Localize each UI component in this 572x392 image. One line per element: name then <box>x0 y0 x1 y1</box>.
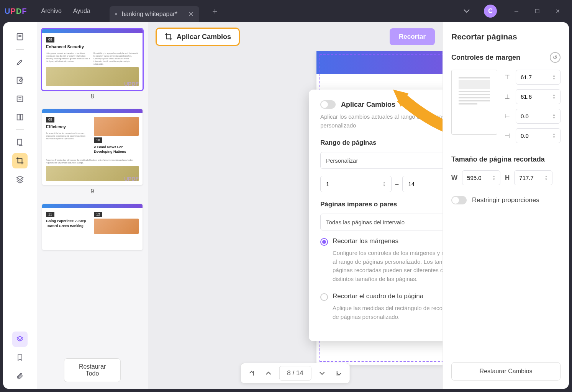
maximize-icon[interactable]: ☐ <box>528 4 547 18</box>
watermark: UPDF <box>124 176 139 182</box>
radio-desc: Configure los controles de los márgenes … <box>333 249 443 283</box>
radio-crop-margins[interactable]: Recortar los márgenes <box>320 237 443 246</box>
layers-icon[interactable] <box>12 172 28 187</box>
margin-left-input[interactable]: 0.0▲▼ <box>516 109 561 124</box>
apply-changes-button[interactable]: Aplicar Cambios <box>156 28 240 46</box>
last-page-icon[interactable] <box>331 366 347 381</box>
organize-icon[interactable] <box>12 109 28 125</box>
margin-top-input[interactable]: 61.7▲▼ <box>516 70 561 85</box>
chevron-down-icon[interactable] <box>459 4 474 18</box>
margin-right-input[interactable]: 0.0▲▼ <box>516 128 561 143</box>
svg-rect-4 <box>21 114 23 120</box>
menu-archivo[interactable]: Archivo <box>41 8 61 15</box>
reset-icon[interactable]: ↺ <box>550 52 561 63</box>
thumb-number: 8 <box>42 93 143 100</box>
first-page-icon[interactable] <box>243 366 260 381</box>
thumbnail-page-9[interactable]: 09 Efficiency As a result the bank's con… <box>42 109 143 185</box>
app-logo: UPDF <box>5 7 27 16</box>
popup-desc: Aplicar los cambios actuales al rango de… <box>320 113 443 130</box>
extract-icon[interactable] <box>12 135 28 150</box>
page-tag: 12 <box>94 212 102 217</box>
margin-bottom-icon: ⊥ <box>503 93 512 100</box>
bookmark-icon[interactable] <box>12 350 28 365</box>
thumb-title: Efficiency <box>46 124 91 130</box>
watermark: UPDF <box>124 81 139 87</box>
crop-button[interactable]: Recortar <box>390 28 435 45</box>
close-icon[interactable]: ✕ <box>188 10 194 18</box>
next-page-icon[interactable] <box>314 366 331 381</box>
page-tag: 11 <box>46 212 54 217</box>
prev-page-icon[interactable] <box>260 366 277 381</box>
close-window-icon[interactable]: ✕ <box>548 4 567 18</box>
minimize-icon[interactable]: ─ <box>507 4 526 18</box>
thumbnail-panel: 08 Enhanced Security Using paper records… <box>37 22 148 389</box>
thumbnail-page-10[interactable]: 11 Going Paperless: A Step Toward Green … <box>42 204 143 250</box>
page-tag: 09 <box>46 117 54 122</box>
margin-bottom-input[interactable]: 61.6▲▼ <box>516 89 561 104</box>
crop-settings-panel: Recortar páginas Controles de margen ↺ ⊤… <box>443 22 569 389</box>
thumb-title: Going Paperless: A Step Toward Green Ban… <box>46 219 91 228</box>
restrict-label: Restringir proporciones <box>472 196 539 204</box>
page-navigator: 8 / 14 <box>240 363 350 384</box>
height-label: H <box>505 174 510 182</box>
width-input[interactable]: 595.0▲▼ <box>462 170 500 185</box>
crop-apply-icon <box>164 33 173 41</box>
restore-all-button[interactable]: Restaurar Todo <box>64 358 121 382</box>
thumb-title: A Good News For Developing Nations <box>94 145 139 154</box>
highlight-icon[interactable] <box>12 54 28 70</box>
tab-indicator-icon <box>115 13 117 15</box>
margin-right-icon: ⊣ <box>503 132 512 139</box>
thumb-title: Enhanced Security <box>46 44 139 50</box>
margins-label: Controles de margen <box>451 54 520 62</box>
odd-even-select[interactable]: Todas las páginas del intervalo ▾ <box>320 214 443 230</box>
range-from-input[interactable]: 1▲▼ <box>320 176 392 192</box>
restore-changes-button[interactable]: Restaurar Cambios <box>451 362 561 381</box>
margin-preview <box>451 70 497 135</box>
thumbnail-page-8[interactable]: 08 Enhanced Security Using paper records… <box>42 29 143 90</box>
stack-icon[interactable] <box>12 332 28 347</box>
height-input[interactable]: 717.7▲▼ <box>514 170 552 185</box>
size-label: Tamaño de página recortada <box>451 155 545 163</box>
add-tab-icon[interactable]: ＋ <box>211 5 219 17</box>
odd-even-label: Páginas impares o pares <box>320 201 443 208</box>
avatar[interactable]: C <box>484 5 497 18</box>
margin-left-icon: ⊢ <box>503 113 512 120</box>
left-rail <box>3 22 37 389</box>
apply-changes-popup: Aplicar Cambios Aplicar los cambios actu… <box>309 90 443 341</box>
document-tab[interactable]: banking whitepapar* ✕ <box>110 6 199 22</box>
radio-icon <box>320 293 328 301</box>
apply-label: Aplicar Cambios <box>177 33 231 41</box>
svg-rect-3 <box>17 114 20 120</box>
page-tag: 10 <box>94 137 102 143</box>
thumb-number: 9 <box>42 188 143 195</box>
page-tag: 08 <box>46 37 54 42</box>
restrict-toggle[interactable] <box>451 196 467 204</box>
popup-title: Aplicar Cambios <box>341 101 395 109</box>
radio-desc: Aplique las medidas del rectángulo de re… <box>333 304 443 321</box>
panel-title: Recortar páginas <box>451 32 561 41</box>
range-label: Rango de páginas <box>320 139 443 147</box>
crop-icon[interactable] <box>12 153 28 168</box>
range-dash: – <box>395 181 399 188</box>
range-to-input[interactable]: 14▲▼ <box>402 176 443 192</box>
menu-ayuda[interactable]: Ayuda <box>73 8 90 15</box>
page-icon[interactable] <box>12 29 28 44</box>
page-counter[interactable]: 8 / 14 <box>279 366 311 381</box>
svg-rect-5 <box>18 139 22 145</box>
radio-icon <box>320 238 328 246</box>
edit-icon[interactable] <box>12 73 28 88</box>
margin-top-icon: ⊤ <box>503 74 512 81</box>
apply-toggle[interactable] <box>320 100 336 109</box>
tab-title: banking whitepapar* <box>122 11 177 18</box>
attachment-icon[interactable] <box>12 368 28 384</box>
width-label: W <box>451 174 457 182</box>
form-icon[interactable] <box>12 91 28 106</box>
radio-crop-box[interactable]: Recortar el cuadro de la página <box>320 292 443 301</box>
range-select[interactable]: Personalizar ▾ <box>320 152 443 169</box>
